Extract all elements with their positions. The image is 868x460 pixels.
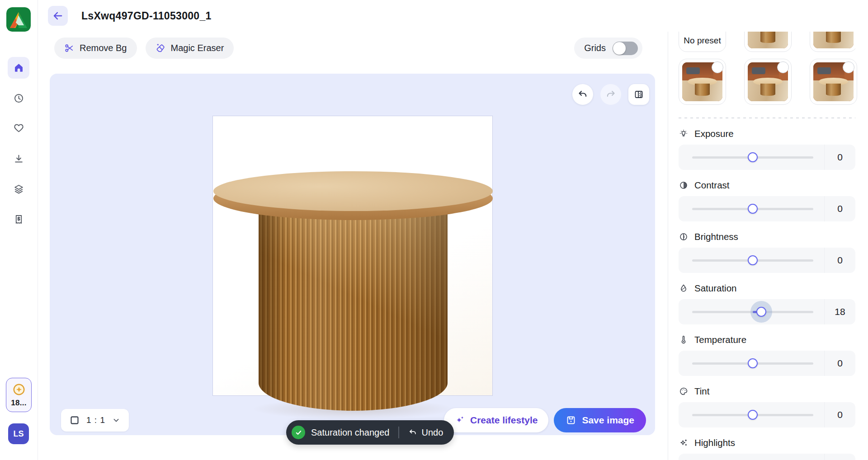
grids-control: Grids — [574, 38, 642, 59]
adjustment-label: Highlights — [694, 437, 735, 448]
compare-button[interactable] — [628, 84, 649, 105]
contrast-icon — [679, 180, 689, 190]
grids-toggle[interactable] — [613, 42, 638, 55]
adjustment-saturation: Saturation18 — [679, 283, 855, 324]
exposure-icon — [679, 129, 689, 139]
preset-radio[interactable] — [777, 61, 789, 73]
adjustment-brightness: Brightness0 — [679, 231, 855, 273]
temperature-icon — [679, 335, 689, 345]
adjustment-label: Exposure — [694, 128, 734, 139]
home-icon — [13, 62, 24, 74]
magic-eraser-icon — [156, 43, 166, 53]
preset-thumbnail-image — [813, 32, 854, 48]
save-icon — [566, 415, 576, 426]
slider-knob[interactable] — [748, 152, 758, 162]
chevron-down-icon — [112, 416, 121, 425]
sidebar-nav — [0, 57, 37, 230]
editor-toolbar: Remove Bg Magic Eraser Grids — [38, 32, 668, 59]
preset-radio[interactable] — [843, 61, 854, 73]
slider-knob[interactable] — [748, 410, 758, 420]
adjustment-highlights: Highlights0 — [679, 437, 855, 460]
adjustment-temperature: Temperature0 — [679, 334, 855, 376]
adjustment-value: 0 — [825, 152, 855, 163]
presets-row-clipped: No preset — [679, 32, 855, 52]
layers-icon — [13, 183, 24, 195]
credits-box[interactable]: 18... — [6, 378, 32, 412]
highlights-icon — [679, 438, 689, 448]
history-controls — [572, 84, 649, 105]
redo-button[interactable] — [600, 84, 621, 105]
slider-knob[interactable] — [756, 307, 766, 317]
product-image[interactable] — [212, 116, 493, 396]
preset-radio[interactable] — [712, 61, 723, 73]
brightness-icon — [679, 232, 689, 242]
page-title: LsXwq497GD-11053000_1 — [81, 10, 212, 22]
dashed-divider — [679, 117, 855, 118]
adjustment-value: 0 — [825, 203, 855, 214]
sparkles-icon — [455, 415, 466, 426]
toast-undo-button[interactable]: Undo — [408, 427, 443, 438]
sidebar-item-history[interactable] — [8, 87, 29, 109]
sidebar-item-downloads[interactable] — [8, 148, 29, 169]
saturation-slider[interactable]: 18 — [679, 299, 855, 324]
contrast-slider[interactable]: 0 — [679, 196, 855, 221]
adjustment-value: 0 — [825, 409, 855, 420]
app-window: 18... LS LsXwq497GD-11053000_1 — [0, 0, 868, 460]
receipt-icon — [13, 214, 24, 225]
preset-card[interactable] — [744, 32, 792, 52]
slider-knob[interactable] — [748, 204, 758, 214]
toast-message: Saturation changed — [311, 427, 389, 438]
sidebar-item-favorites[interactable] — [8, 117, 29, 139]
adjustment-contrast: Contrast0 — [679, 180, 855, 221]
canvas-actions: Create lifestyle Save image — [444, 408, 646, 432]
editing-canvas: 1 : 1 — [50, 74, 655, 435]
back-button[interactable] — [48, 6, 68, 26]
save-image-button[interactable]: Save image — [554, 408, 646, 432]
download-icon — [13, 153, 24, 164]
saturation-icon — [679, 283, 689, 293]
exposure-slider[interactable]: 0 — [679, 145, 855, 170]
magic-eraser-button[interactable]: Magic Eraser — [146, 38, 234, 59]
scissors-icon — [64, 43, 75, 53]
sidebar-item-layers[interactable] — [8, 178, 29, 200]
adjustments-list: Exposure0Contrast0Brightness0Saturation1… — [679, 128, 855, 460]
table-base — [259, 207, 448, 411]
adjustment-exposure: Exposure0 — [679, 128, 855, 170]
preset-thumbnail-image — [748, 32, 788, 48]
adjustment-value: 0 — [825, 255, 855, 266]
sidebar-item-home[interactable] — [8, 57, 29, 79]
brightness-slider[interactable]: 0 — [679, 248, 855, 273]
toggle-knob — [613, 42, 626, 55]
adjustment-label: Brightness — [694, 231, 738, 242]
aspect-ratio-selector[interactable]: 1 : 1 — [61, 409, 129, 432]
adjustment-label: Saturation — [694, 283, 736, 294]
temperature-slider[interactable]: 0 — [679, 351, 855, 376]
no-preset-card[interactable]: No preset — [679, 32, 726, 52]
preset-card[interactable] — [679, 59, 726, 105]
toast-divider — [398, 427, 399, 438]
create-lifestyle-button[interactable]: Create lifestyle — [444, 408, 548, 432]
adjustment-value: 18 — [825, 306, 855, 317]
highlights-slider[interactable]: 0 — [679, 454, 855, 460]
credits-count: 18... — [11, 399, 27, 408]
remove-bg-button[interactable]: Remove Bg — [54, 38, 137, 59]
aspect-ratio-value: 1 : 1 — [86, 415, 105, 425]
undo-button[interactable] — [572, 84, 593, 105]
preset-card[interactable] — [810, 59, 857, 105]
sidebar-item-billing[interactable] — [8, 208, 29, 230]
slider-knob[interactable] — [748, 358, 758, 368]
table-top — [213, 171, 493, 211]
coin-icon — [12, 383, 26, 396]
undo-icon — [408, 428, 417, 437]
preset-card[interactable] — [810, 32, 855, 52]
adjustment-label: Temperature — [694, 334, 746, 345]
preset-card[interactable] — [744, 59, 792, 105]
slider-knob[interactable] — [748, 255, 758, 265]
tint-slider[interactable]: 0 — [679, 402, 855, 427]
adjustment-label: Tint — [694, 386, 709, 397]
user-avatar[interactable]: LS — [8, 423, 29, 444]
sidebar: 18... LS — [0, 0, 38, 460]
app-logo-icon[interactable] — [6, 7, 31, 32]
adjustments-panel: No preset Exposure0Contrast0Brightness0S… — [668, 32, 868, 460]
adjustment-label: Contrast — [694, 180, 729, 191]
